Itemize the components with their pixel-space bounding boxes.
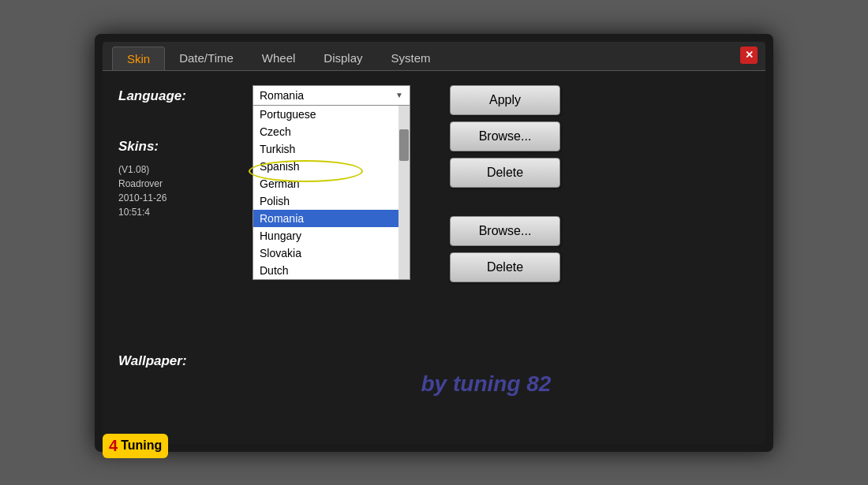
- dropdown-item-german[interactable]: German: [253, 175, 398, 192]
- language-label: Language:: [118, 88, 237, 104]
- dropdown-item-turkish[interactable]: Turkish: [253, 140, 398, 158]
- version-time: 10:51:4: [118, 205, 237, 219]
- version-info: (V1.08) Roadrover 2010-11-26 10:51:4: [118, 162, 237, 219]
- screen: Skin Date/Time Wheel Display System ✕ La…: [103, 42, 765, 444]
- language-dropdown-list[interactable]: Portuguese Czech Turkish Spanish German …: [253, 106, 410, 280]
- wallpaper-label: Wallpaper:: [118, 353, 237, 369]
- logo-text: Tuning: [121, 438, 162, 453]
- buttons-column: Apply Browse... Delete Browse... Delete: [426, 85, 750, 430]
- scrollbar-thumb[interactable]: [399, 129, 409, 161]
- tab-skin[interactable]: Skin: [112, 47, 165, 70]
- labels-column: Language: Skins: (V1.08) Roadrover 2010-…: [118, 85, 237, 430]
- tab-display[interactable]: Display: [309, 47, 376, 69]
- tab-datetime[interactable]: Date/Time: [165, 47, 248, 69]
- wallpaper-delete-button[interactable]: Delete: [450, 252, 560, 282]
- language-select-wrapper: Romania ▼ Portuguese Czech Turkish Spani…: [253, 85, 410, 280]
- selected-text: Romania: [260, 89, 304, 102]
- tab-bar: Skin Date/Time Wheel Display System ✕: [103, 42, 765, 71]
- version-date: 2010-11-26: [118, 191, 237, 205]
- dropdown-item-czech[interactable]: Czech: [253, 123, 398, 140]
- skins-label: Skins:: [118, 139, 237, 155]
- dropdown-scroll-area: Portuguese Czech Turkish Spanish German …: [253, 106, 410, 279]
- dropdown-item-portuguese[interactable]: Portuguese: [253, 106, 398, 123]
- dropdown-item-romania[interactable]: Romania: [253, 210, 398, 227]
- tab-wheel[interactable]: Wheel: [248, 47, 310, 69]
- wallpaper-browse-button[interactable]: Browse...: [450, 216, 560, 246]
- language-selected-value[interactable]: Romania ▼: [253, 85, 410, 106]
- dropdown-item-spanish[interactable]: Spanish: [253, 158, 398, 175]
- scrollbar-track[interactable]: [398, 106, 410, 279]
- dropdown-items: Portuguese Czech Turkish Spanish German …: [253, 106, 398, 279]
- logo-number: 4: [109, 437, 118, 455]
- dropdown-item-polish[interactable]: Polish: [253, 192, 398, 210]
- skin-browse-button[interactable]: Browse...: [450, 121, 560, 151]
- skin-delete-button[interactable]: Delete: [450, 158, 560, 188]
- version-number: (V1.08): [118, 162, 237, 177]
- close-button[interactable]: ✕: [740, 47, 758, 64]
- dropdown-item-dutch[interactable]: Dutch: [253, 262, 398, 279]
- logo-badge: 4 Tuning: [103, 434, 168, 458]
- dropdown-item-slovakia[interactable]: Slovakia: [253, 244, 398, 262]
- apply-button[interactable]: Apply: [450, 85, 560, 115]
- version-model: Roadrover: [118, 177, 237, 191]
- tab-system[interactable]: System: [377, 47, 445, 69]
- main-content: Language: Skins: (V1.08) Roadrover 2010-…: [103, 71, 765, 444]
- device-frame: Skin Date/Time Wheel Display System ✕ La…: [95, 34, 773, 452]
- language-dropdown-area: Romania ▼ Portuguese Czech Turkish Spani…: [253, 85, 410, 430]
- dropdown-arrow-icon: ▼: [395, 91, 403, 99]
- dropdown-item-hungary[interactable]: Hungary: [253, 227, 398, 244]
